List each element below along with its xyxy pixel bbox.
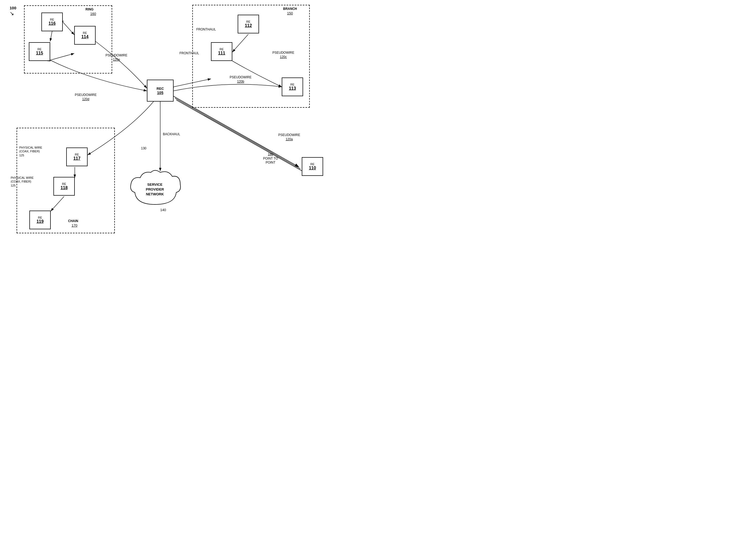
fronthaul1-label: FRONTHAUL <box>196 27 216 32</box>
re113-num: 113 <box>289 86 296 91</box>
service-provider-cloud: SERVICE PROVIDER NETWORK <box>128 170 182 209</box>
ring-num: 160 <box>90 12 96 16</box>
pseudowire-120c-label: PSEUDOWIRE120c <box>272 51 294 59</box>
ring-label: RING <box>85 7 93 12</box>
network-140-label: 140 <box>160 208 166 213</box>
re111-num: 111 <box>218 51 226 56</box>
pseudowire-120b-label: PSEUDOWIRE120b <box>230 75 252 84</box>
re111-box: RE 111 <box>211 42 232 61</box>
re112-box: RE 112 <box>238 15 259 34</box>
re119-num: 119 <box>37 219 44 224</box>
re114-box: RE 114 <box>74 26 96 45</box>
re114-label: RE <box>83 31 87 35</box>
re112-label: RE <box>246 20 250 23</box>
fronthaul2-label: FRONTHAUL <box>180 51 199 56</box>
backhaul-label: BACKHAUL <box>163 132 180 136</box>
re118-label: RE <box>62 182 66 185</box>
backhaul-130-label: 130 <box>141 147 146 151</box>
figure-number: 100 <box>10 5 16 11</box>
svg-text:PROVIDER: PROVIDER <box>146 187 164 191</box>
rec105-label: REC <box>156 87 164 91</box>
ring-box <box>24 5 112 73</box>
point-to-point-label: 180POINT TOPOINT <box>263 152 278 165</box>
svg-text:SERVICE: SERVICE <box>147 182 163 186</box>
re119-label: RE <box>38 216 42 219</box>
re113-label: RE <box>290 83 294 86</box>
re117-box: RE 117 <box>66 148 87 166</box>
chain-label: CHAIN <box>68 219 78 223</box>
chain-num: 170 <box>72 223 77 228</box>
re118-box: RE 118 <box>53 177 75 196</box>
re115-num: 115 <box>36 51 43 56</box>
pseudowire-120d-label: PSEUDOWIRE120d <box>75 93 97 101</box>
re115-box: RE 115 <box>29 42 50 61</box>
figure-arrow: ↘ <box>10 10 14 16</box>
re117-num: 117 <box>73 156 81 161</box>
re116-box: RE 116 <box>42 12 63 31</box>
rec105-box: REC 105 <box>147 79 174 102</box>
re119-box: RE 119 <box>29 211 51 229</box>
pseudowire-120a-label: PSEUDOWIRE120a <box>278 133 300 142</box>
branch-label: BRANCH <box>283 7 297 11</box>
re114-num: 114 <box>81 35 89 39</box>
branch-num: 150 <box>287 11 293 16</box>
re110-num: 110 <box>309 166 316 170</box>
svg-text:NETWORK: NETWORK <box>146 192 164 196</box>
physical-wire-125b-label: PHYSICAL WIRE(COAX, FIBER)125 <box>11 176 34 187</box>
re118-num: 118 <box>61 185 68 190</box>
pseudowire-120e-label: PSEUDOWIRE120e <box>106 53 127 62</box>
rec105-num: 105 <box>157 91 163 95</box>
re111-label: RE <box>219 48 224 51</box>
re110-box: RE 110 <box>302 157 323 176</box>
re116-num: 116 <box>49 21 56 26</box>
re116-label: RE <box>50 18 54 21</box>
network-diagram: 100 ↘ RING 160 BRANCH 150 CHAIN 170 RE 1… <box>0 0 378 277</box>
re110-label: RE <box>310 163 314 166</box>
re113-box: RE 113 <box>282 77 303 96</box>
re112-num: 112 <box>245 23 252 28</box>
re117-label: RE <box>75 153 79 156</box>
re115-label: RE <box>38 48 42 51</box>
physical-wire-125a-label: PHYSICAL WIRE(COAX, FIBER)125 <box>19 146 42 157</box>
